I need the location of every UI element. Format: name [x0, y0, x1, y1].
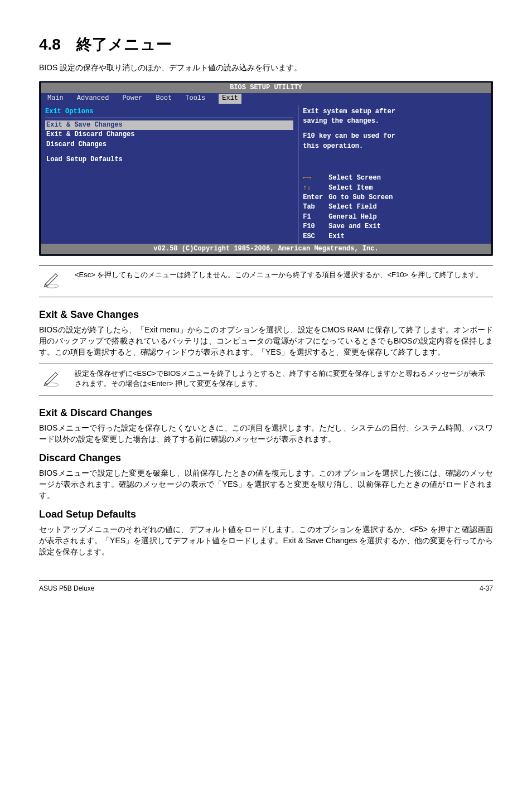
key-f1: F1 — [303, 212, 328, 222]
help-l2: saving the changes. — [303, 117, 487, 126]
tab-tools[interactable]: Tools — [185, 94, 205, 103]
key-f10: F10 — [303, 222, 328, 231]
key-esc: ESC — [303, 232, 328, 241]
footer-right: 4-37 — [480, 584, 493, 593]
section-name: 終了メニュー — [76, 36, 172, 53]
subhead-discard: Discard Changes — [39, 451, 493, 465]
opt-load-defaults[interactable]: Load Setup Defaults — [45, 155, 293, 165]
key-tab: Tab — [303, 202, 328, 212]
tab-boot[interactable]: Boot — [156, 94, 172, 103]
para-exit-save: BIOSの設定が終了したら、「Exit menu」からこのオプションを選択し、設… — [39, 324, 493, 358]
bios-screenshot: BIOS SETUP UTILITY Main Advanced Power B… — [39, 81, 493, 256]
key-f10-desc: Save and Exit — [328, 222, 381, 231]
tab-power[interactable]: Power — [122, 94, 142, 103]
key-select-item: Select Item — [328, 183, 373, 193]
pencil-icon — [42, 369, 70, 390]
opt-exit-save[interactable]: Exit & Save Changes — [45, 120, 293, 130]
bios-key-help: ←→Select Screen ↑↓Select Item EnterGo to… — [303, 173, 487, 241]
para-load-defaults: セットアップメニューのそれぞれの値に、デフォルト値をロードします。このオプション… — [39, 524, 493, 558]
subhead-exit-save: Exit & Save Changes — [39, 307, 493, 322]
bios-tabs: Main Advanced Power Boot Tools Exit — [41, 93, 491, 104]
tab-advanced[interactable]: Advanced — [77, 94, 109, 103]
para-exit-discard: BIOSメニューで行った設定を保存したくないときに、この項目を選択します。ただし… — [39, 422, 493, 445]
note-2-text: 設定を保存せずに<ESC>でBIOSメニューを終了しようとすると、終了する前に変… — [75, 369, 490, 389]
help-l3: F10 key can be used for — [303, 132, 487, 141]
tab-exit[interactable]: Exit — [219, 94, 241, 103]
section-number: 4.8 — [39, 36, 61, 53]
key-select-screen: Select Screen — [328, 173, 381, 183]
key-esc-desc: Exit — [328, 232, 345, 241]
para-discard: BIOSメニューで設定した変更を破棄し、以前保存したときの値を復元します。このオ… — [39, 467, 493, 501]
arrow-lr-icon: ←→ — [303, 174, 311, 182]
bios-right-pane: Exit system setup after saving the chang… — [298, 105, 491, 244]
tab-main[interactable]: Main — [47, 94, 64, 103]
bios-help-text: Exit system setup after saving the chang… — [303, 107, 487, 152]
footer-left: ASUS P5B Deluxe — [39, 584, 94, 593]
section-title: 4.8終了メニュー — [39, 33, 493, 56]
exit-options-header: Exit Options — [45, 107, 293, 118]
note-1-text: <Esc> を押してもこのメニューは終了しません。このメニューから終了する項目を… — [75, 270, 483, 280]
bios-footer: v02.58 (C)Copyright 1985-2006, American … — [41, 244, 491, 254]
opt-exit-discard[interactable]: Exit & Discard Changes — [45, 130, 293, 139]
note-block-2: 設定を保存せずに<ESC>でBIOSメニューを終了しようとすると、終了する前に変… — [39, 364, 493, 395]
bios-left-pane: Exit Options Exit & Save Changes Exit & … — [41, 105, 298, 244]
subhead-load-defaults: Load Setup Defaults — [39, 507, 493, 521]
key-tab-desc: Select Field — [328, 202, 376, 212]
help-l4: this operation. — [303, 142, 487, 151]
intro-text: BIOS 設定の保存や取り消しのほか、デフォルト値の読み込みを行います。 — [39, 62, 493, 73]
arrow-ud-icon: ↑↓ — [303, 184, 311, 192]
page-footer: ASUS P5B Deluxe 4-37 — [39, 580, 493, 593]
bios-body: Exit Options Exit & Save Changes Exit & … — [41, 105, 491, 244]
opt-discard[interactable]: Discard Changes — [45, 140, 293, 149]
subhead-exit-discard: Exit & Discard Changes — [39, 405, 493, 420]
key-enter-desc: Go to Sub Screen — [328, 193, 393, 202]
pencil-icon — [42, 270, 70, 292]
bios-title: BIOS SETUP UTILITY — [41, 83, 491, 93]
key-enter: Enter — [303, 193, 328, 202]
help-l1: Exit system setup after — [303, 107, 487, 117]
note-block-1: <Esc> を押してもこのメニューは終了しません。このメニューから終了する項目を… — [39, 265, 493, 297]
key-f1-desc: General Help — [328, 212, 376, 222]
